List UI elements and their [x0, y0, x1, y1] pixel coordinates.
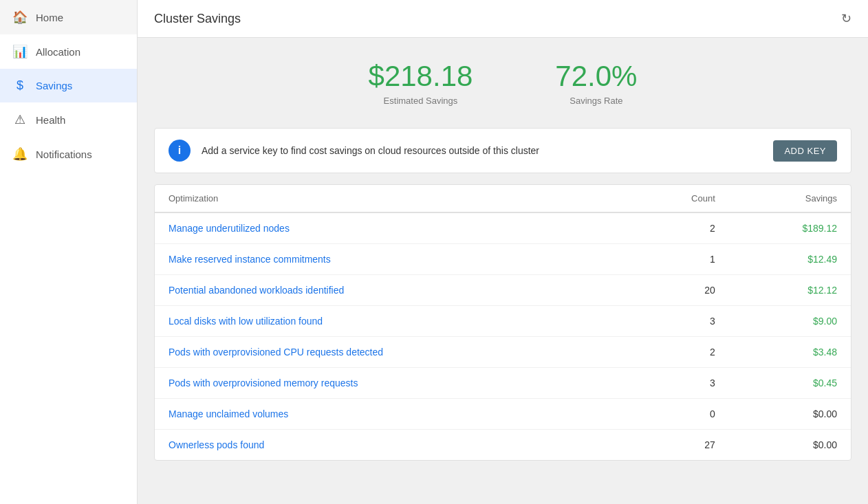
table-row: Manage unclaimed volumes0$0.00 [155, 399, 851, 430]
optimizations-table-container: Optimization Count Savings Manage underu… [154, 184, 851, 461]
col-savings: Savings [729, 185, 851, 212]
savings-icon: $ [12, 78, 28, 93]
optimizations-table: Optimization Count Savings Manage underu… [155, 185, 851, 460]
savings-cell-3: $9.00 [729, 306, 851, 337]
savings-rate: 72.0% Savings Rate [555, 60, 637, 106]
main-content: Cluster Savings ↻ $218.18 Estimated Savi… [138, 0, 868, 504]
savings-cell-1: $12.49 [729, 244, 851, 275]
notifications-icon: 🔔 [12, 146, 28, 162]
count-cell-2: 20 [629, 275, 729, 306]
count-cell-1: 1 [629, 244, 729, 275]
savings-rate-label: Savings Rate [555, 96, 637, 106]
optimization-link-0[interactable]: Manage underutilized nodes [155, 212, 629, 244]
savings-cell-5: $0.45 [729, 368, 851, 399]
page-title: Cluster Savings [154, 12, 241, 26]
savings-rate-value: 72.0% [555, 60, 637, 93]
savings-cell-2: $12.12 [729, 275, 851, 306]
info-icon: i [169, 140, 191, 162]
banner-text: Add a service key to find cost savings o… [202, 145, 762, 156]
sidebar-item-label-notifications: Notifications [36, 149, 92, 160]
optimization-link-7[interactable]: Ownerless pods found [155, 430, 629, 461]
optimization-link-6[interactable]: Manage unclaimed volumes [155, 399, 629, 430]
home-icon: 🏠 [12, 10, 28, 25]
sidebar-item-home[interactable]: 🏠Home [0, 0, 137, 34]
sidebar-item-savings[interactable]: $Savings [0, 69, 137, 102]
table-row: Pods with overprovisioned memory request… [155, 368, 851, 399]
table-row: Ownerless pods found27$0.00 [155, 430, 851, 461]
sidebar-item-allocation[interactable]: 📊Allocation [0, 34, 137, 69]
estimated-savings: $218.18 Estimated Savings [369, 60, 473, 106]
table-row: Manage underutilized nodes2$189.12 [155, 212, 851, 244]
add-key-button[interactable]: ADD KEY [773, 140, 837, 162]
count-cell-7: 27 [629, 430, 729, 461]
savings-cell-7: $0.00 [729, 430, 851, 461]
estimated-savings-value: $218.18 [369, 60, 473, 93]
optimization-link-1[interactable]: Make reserved instance commitments [155, 244, 629, 275]
savings-cell-4: $3.48 [729, 337, 851, 368]
sidebar-item-label-health: Health [36, 114, 65, 126]
optimization-link-3[interactable]: Local disks with low utilization found [155, 306, 629, 337]
sidebar-item-label-home: Home [36, 12, 63, 23]
savings-cell-6: $0.00 [729, 399, 851, 430]
count-cell-3: 3 [629, 306, 729, 337]
summary-section: $218.18 Estimated Savings 72.0% Savings … [138, 38, 868, 128]
count-cell-5: 3 [629, 368, 729, 399]
sidebar-item-health[interactable]: ⚠Health [0, 102, 137, 137]
sidebar-item-label-savings: Savings [36, 80, 72, 91]
sidebar: 🏠Home📊Allocation$Savings⚠Health🔔Notifica… [0, 0, 138, 504]
count-cell-4: 2 [629, 337, 729, 368]
optimization-link-2[interactable]: Potential abandoned workloads identified [155, 275, 629, 306]
table-row: Potential abandoned workloads identified… [155, 275, 851, 306]
count-cell-6: 0 [629, 399, 729, 430]
header: Cluster Savings ↻ [138, 0, 868, 38]
table-row: Local disks with low utilization found3$… [155, 306, 851, 337]
estimated-savings-label: Estimated Savings [369, 96, 473, 106]
health-icon: ⚠ [12, 112, 28, 127]
info-banner: i Add a service key to find cost savings… [154, 128, 851, 173]
refresh-button[interactable]: ↻ [841, 11, 851, 26]
table-row: Pods with overprovisioned CPU requests d… [155, 337, 851, 368]
col-count: Count [629, 185, 729, 212]
table-header-row: Optimization Count Savings [155, 185, 851, 212]
optimization-link-4[interactable]: Pods with overprovisioned CPU requests d… [155, 337, 629, 368]
optimization-link-5[interactable]: Pods with overprovisioned memory request… [155, 368, 629, 399]
sidebar-item-label-allocation: Allocation [36, 46, 80, 58]
table-row: Make reserved instance commitments1$12.4… [155, 244, 851, 275]
allocation-icon: 📊 [12, 44, 28, 59]
count-cell-0: 2 [629, 212, 729, 244]
col-optimization: Optimization [155, 185, 629, 212]
sidebar-item-notifications[interactable]: 🔔Notifications [0, 137, 137, 171]
savings-cell-0: $189.12 [729, 212, 851, 244]
